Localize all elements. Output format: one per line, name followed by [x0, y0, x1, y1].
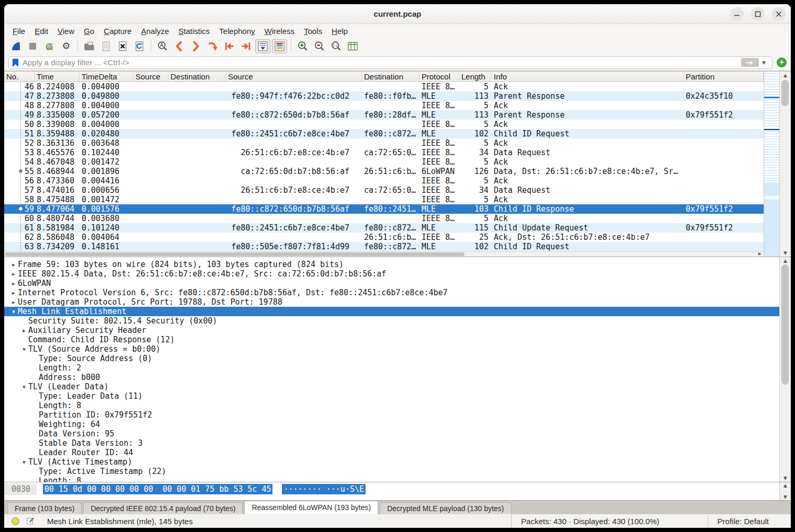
column-header-time[interactable]: Time: [35, 72, 80, 82]
scroll-down-icon[interactable]: ▼: [780, 250, 791, 256]
detail-line[interactable]: ▾Mesh Link Establishment: [4, 307, 779, 316]
apply-filter-button[interactable]: [741, 58, 759, 67]
detail-line[interactable]: Stable Data Version: 3: [4, 438, 779, 448]
go-last-button[interactable]: [238, 39, 254, 53]
add-filter-button[interactable]: +: [777, 57, 787, 67]
scroll-up-icon[interactable]: ▲: [780, 483, 791, 488]
filter-dropdown-caret[interactable]: ▼: [762, 60, 766, 65]
detail-line[interactable]: Data Version: 95: [4, 429, 779, 438]
colorize-button[interactable]: [272, 39, 287, 53]
tab-reassembled-6lowpan-193-bytes[interactable]: Reassembled 6LoWPAN (193 bytes): [244, 501, 378, 514]
packet-list-scrollbar[interactable]: ▲ ▼: [779, 72, 791, 257]
column-header-no[interactable]: No.: [4, 72, 35, 82]
column-header-timedelta[interactable]: TimeDelta: [80, 72, 133, 82]
hex-dump-pane[interactable]: 0030 00 15 0d 00 00 00 00 00 00 00 01 75…: [4, 482, 791, 500]
detail-line[interactable]: Command: Child ID Response (12): [4, 335, 779, 344]
go-back-button[interactable]: [172, 39, 187, 53]
expert-info-icon[interactable]: [12, 517, 19, 525]
packet-row-52[interactable]: 528.3631360.003648IEEE 8…5Ack: [4, 138, 764, 148]
packet-row-62[interactable]: 628.5860480.00406426:51:c6:b…IEEE 8…25Ac…: [4, 233, 764, 242]
tab-frame-103-bytes[interactable]: Frame (103 bytes): [7, 502, 82, 514]
detail-line[interactable]: Length: 2: [4, 363, 779, 373]
column-header-partition[interactable]: Partition: [684, 72, 764, 82]
go-forward-button[interactable]: [188, 39, 203, 53]
menu-wireless[interactable]: Wireless: [260, 26, 300, 37]
column-header-protocol[interactable]: Protocol: [419, 72, 459, 82]
column-header-destination[interactable]: Destination: [362, 72, 419, 82]
vscroll-thumb[interactable]: [781, 80, 789, 106]
detail-line[interactable]: Type: Source Address (0): [4, 354, 779, 363]
go-to-packet-button[interactable]: [205, 39, 220, 53]
detail-line[interactable]: Security Suite: 802.15.4 Security (0x00): [4, 316, 779, 326]
detail-line[interactable]: ▸IEEE 802.15.4 Data, Dst: 26:51:c6:b7:e8…: [4, 269, 779, 279]
packet-row-63[interactable]: 638.7342090.148161fe80::505e:f807:7f81:4…: [4, 242, 764, 251]
save-file-button[interactable]: [98, 39, 113, 53]
packet-row-60[interactable]: 608.4807440.003680IEEE 8…5Ack: [4, 214, 764, 223]
packet-row-51[interactable]: 518.3594880.020480fe80::2451:c6b7:e8ce:4…: [4, 129, 764, 138]
detail-line[interactable]: Partition ID: 0x79f551f2: [4, 410, 779, 420]
detail-line[interactable]: ▾TLV (Leader Data): [4, 382, 779, 391]
hex-scrollbar[interactable]: ▲ ▼: [779, 482, 791, 500]
scroll-up-icon[interactable]: ▲: [780, 258, 791, 263]
status-profile[interactable]: Profile: Default: [708, 515, 791, 527]
column-header-length[interactable]: Length: [459, 72, 492, 82]
capture-options-button[interactable]: ⚙: [59, 39, 74, 53]
menu-view[interactable]: View: [53, 26, 79, 37]
stop-capture-button[interactable]: [25, 39, 40, 53]
expand-icon[interactable]: ▸: [9, 299, 18, 306]
open-file-button[interactable]: [82, 39, 97, 53]
restart-capture-button[interactable]: [42, 39, 57, 53]
packet-row-59[interactable]: 598.4770640.001576fe80::c872:650d:b7b8:5…: [4, 204, 764, 214]
menu-analyze[interactable]: Analyze: [137, 26, 174, 37]
column-header-info[interactable]: Info: [492, 72, 684, 82]
hscroll-right-arrow-icon[interactable]: ▶: [758, 251, 762, 256]
details-vscroll-thumb[interactable]: [781, 264, 789, 385]
scroll-down-icon[interactable]: ▼: [780, 476, 791, 481]
column-header-destination[interactable]: Destination: [168, 72, 226, 82]
tab-decrypted-mle-payload-130-bytes[interactable]: Decrypted MLE payload (130 bytes): [380, 502, 511, 514]
expand-icon[interactable]: ▸: [9, 271, 18, 277]
detail-line[interactable]: Address: b000: [4, 373, 779, 382]
detail-line[interactable]: Type: Leader Data (11): [4, 391, 779, 401]
packet-row-50[interactable]: 508.3390080.004000IEEE 8…5Ack: [4, 120, 764, 129]
detail-line[interactable]: ▾TLV (Active Timestamp): [4, 457, 779, 467]
maximize-button[interactable]: [751, 7, 765, 21]
horizontal-scrollbar[interactable]: ▶: [4, 251, 764, 257]
details-scrollbar[interactable]: ▲ ▼: [779, 257, 791, 482]
packet-row-53[interactable]: 538.4655760.10244026:51:c6:b7:e8:ce:4b:e…: [4, 148, 764, 157]
go-first-button[interactable]: [222, 39, 237, 53]
detail-line[interactable]: ▸Frame 59: 103 bytes on wire (824 bits),…: [4, 260, 779, 269]
packet-list-minimap[interactable]: [764, 72, 779, 257]
packet-row-55[interactable]: 558.4689440.001896ca:72:65:0d:b7:b8:56:a…: [4, 167, 764, 176]
detail-line[interactable]: Leader Router ID: 44: [4, 448, 779, 457]
menu-telephony[interactable]: Telephony: [214, 26, 259, 37]
packet-row-58[interactable]: 588.4754880.001472IEEE 8…5Ack: [4, 195, 764, 204]
detail-line[interactable]: ▸6LoWPAN: [4, 279, 779, 288]
bookmark-icon[interactable]: [12, 59, 19, 67]
expand-icon[interactable]: ▸: [9, 261, 18, 268]
detail-line[interactable]: ▾TLV (Source Address = b0:00): [4, 344, 779, 354]
auto-scroll-button[interactable]: [255, 39, 270, 53]
expand-icon[interactable]: ▸: [9, 280, 18, 287]
column-header-source[interactable]: Source: [133, 72, 168, 82]
menu-go[interactable]: Go: [79, 26, 99, 37]
detail-line[interactable]: Length: 8: [4, 401, 779, 410]
detail-line[interactable]: ▸Internet Protocol Version 6, Src: fe80:…: [4, 288, 779, 297]
reload-file-button[interactable]: [132, 39, 147, 53]
menu-tools[interactable]: Tools: [299, 26, 327, 37]
collapse-icon[interactable]: ▾: [20, 459, 28, 466]
minimize-button[interactable]: [730, 7, 744, 21]
column-header-source[interactable]: Source: [226, 72, 362, 82]
menu-capture[interactable]: Capture: [99, 26, 136, 37]
close-button[interactable]: [772, 7, 786, 21]
collapse-icon[interactable]: ▾: [20, 384, 28, 390]
menu-help[interactable]: Help: [327, 26, 353, 37]
find-packet-button[interactable]: A: [155, 39, 170, 53]
detail-line[interactable]: ▸User Datagram Protocol, Src Port: 19788…: [4, 297, 779, 307]
packet-row-56[interactable]: 568.4733600.004416IEEE 8…5Ack: [4, 176, 764, 186]
detail-line[interactable]: Type: Active Timestamp (22): [4, 467, 779, 476]
menu-edit[interactable]: Edit: [30, 26, 53, 37]
packet-row-57[interactable]: 578.4740160.00065626:51:c6:b7:e8:ce:4b:e…: [4, 186, 764, 195]
detail-line[interactable]: ▸Auxiliary Security Header: [4, 326, 779, 335]
packet-row-54[interactable]: 548.4670480.001472IEEE 8…5Ack: [4, 157, 764, 167]
